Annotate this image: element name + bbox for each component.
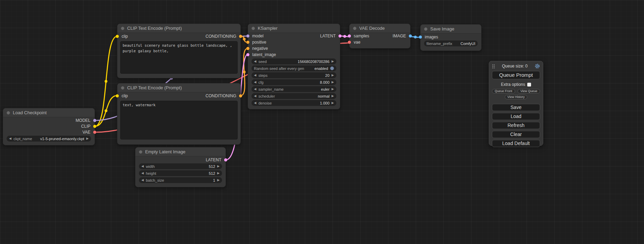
input-port-positive[interactable] [246, 41, 249, 44]
arrow-left-icon[interactable]: ◀ [254, 74, 256, 77]
widget-cfg[interactable]: ◀ cfg 8.000 ▶ [252, 79, 336, 85]
input-port-samples[interactable] [348, 35, 351, 38]
output-row-vae: VAE [3, 129, 95, 135]
output-port-clip[interactable] [93, 125, 96, 128]
refresh-button[interactable]: Refresh [492, 122, 540, 129]
arrow-right-icon[interactable]: ▶ [332, 101, 334, 105]
arrow-left-icon[interactable]: ◀ [254, 94, 256, 98]
drag-handle-icon[interactable] [492, 64, 495, 69]
save-button[interactable]: Save [492, 104, 540, 111]
collapse-dot[interactable] [121, 27, 124, 30]
widget-seed[interactable]: ◀ seed 156680208700286 ▶ [252, 58, 336, 64]
widget-ckpt-name[interactable]: ◀ ckpt_name v1-5-pruned-emaonly.ckpt ▶ [7, 136, 91, 142]
output-port-latent[interactable] [338, 35, 342, 38]
link-dot [343, 35, 346, 38]
view-queue-button[interactable]: View Queue [518, 89, 540, 93]
toggle-knob[interactable] [330, 66, 334, 70]
widget-batch-size[interactable]: ◀ batch_size 1 ▶ [139, 177, 222, 183]
arrow-right-icon[interactable]: ▶ [217, 179, 220, 182]
port-row: clip CONDITIONING [117, 33, 240, 40]
arrow-right-icon[interactable]: ▶ [217, 172, 220, 175]
widget-height[interactable]: ◀ height 512 ▶ [139, 170, 222, 176]
node-title: CLIP Text Encode (Prompt) [127, 26, 182, 31]
view-history-button[interactable]: View History [505, 95, 528, 99]
queue-front-button[interactable]: Queue Front [492, 89, 515, 93]
node-title: Load Checkpoint [13, 110, 47, 115]
arrow-left-icon[interactable]: ◀ [254, 88, 256, 91]
output-port-image[interactable] [409, 35, 412, 38]
collapse-dot[interactable] [252, 27, 255, 30]
load-button[interactable]: Load [492, 113, 540, 120]
input-port-vae[interactable] [348, 41, 351, 44]
node-title-bar[interactable]: CLIP Text Encode (Prompt) [117, 83, 240, 92]
port-row: clip CONDITIONING [117, 92, 240, 99]
node-clip-text-encode-negative[interactable]: CLIP Text Encode (Prompt) clip CONDITION… [117, 83, 241, 145]
node-title-bar[interactable]: CLIP Text Encode (Prompt) [117, 24, 240, 33]
output-port-conditioning[interactable] [239, 94, 242, 98]
extra-options-row: Extra options [492, 82, 540, 87]
widget-filename-prefix[interactable]: filename_prefix ComfyUI [424, 40, 478, 46]
arrow-right-icon[interactable]: ▶ [332, 88, 334, 91]
input-port-negative[interactable] [246, 47, 249, 50]
input-port-clip[interactable] [116, 35, 119, 38]
output-port-latent[interactable] [224, 159, 227, 162]
node-title-bar[interactable]: Load Checkpoint [3, 108, 95, 117]
input-port-model[interactable] [246, 35, 249, 38]
node-title-bar[interactable]: VAE Decode [350, 24, 410, 33]
port-row-latent-image: latent_image [248, 52, 340, 58]
node-title-bar[interactable]: Empty Latent Image [135, 147, 226, 156]
link-dot [105, 80, 107, 83]
collapse-dot[interactable] [139, 150, 142, 154]
node-save-image[interactable]: Save Image images filename_prefix ComfyU… [420, 24, 482, 51]
load-default-button[interactable]: Load Default [492, 140, 540, 147]
arrow-right-icon[interactable]: ▶ [332, 74, 334, 77]
arrow-right-icon[interactable]: ▶ [332, 94, 334, 98]
arrow-left-icon[interactable]: ◀ [9, 137, 11, 140]
menu-header: Queue size: 0 [492, 63, 540, 69]
arrow-left-icon[interactable]: ◀ [141, 165, 144, 168]
arrow-right-icon[interactable]: ▶ [86, 137, 89, 140]
collapse-dot[interactable] [424, 27, 427, 31]
collapse-dot[interactable] [121, 86, 124, 90]
port-row-vae: vae [350, 39, 410, 45]
node-load-checkpoint[interactable]: Load Checkpoint MODEL CLIP VAE ◀ ckpt_na… [3, 108, 95, 145]
negative-prompt-textarea[interactable]: text, watermark [120, 101, 238, 139]
collapse-dot[interactable] [353, 27, 356, 30]
arrow-left-icon[interactable]: ◀ [254, 81, 256, 84]
clear-button[interactable]: Clear [492, 131, 540, 138]
widget-denoise[interactable]: ◀ denoise 1.000 ▶ [252, 100, 336, 106]
extra-options-checkbox[interactable] [527, 83, 531, 87]
extra-options-label: Extra options [501, 82, 525, 87]
settings-gear-icon[interactable] [535, 63, 540, 69]
output-port-model[interactable] [93, 119, 96, 122]
positive-prompt-textarea[interactable]: beautiful scenery nature glass bottle la… [120, 41, 238, 74]
output-port-vae[interactable] [93, 130, 96, 134]
widget-random-seed[interactable]: Random seed after every gen enabled [252, 65, 336, 71]
input-port-clip[interactable] [116, 94, 119, 98]
node-ksampler[interactable]: KSampler model LATENT positive negative … [248, 24, 340, 109]
arrow-right-icon[interactable]: ▶ [217, 165, 220, 168]
input-port-images[interactable] [419, 36, 422, 39]
arrow-left-icon[interactable]: ◀ [141, 179, 144, 182]
arrow-right-icon[interactable]: ▶ [332, 81, 334, 84]
queue-prompt-button[interactable]: Queue Prompt [492, 71, 540, 79]
collapse-dot[interactable] [7, 111, 10, 115]
node-title: Empty Latent Image [145, 149, 185, 154]
node-empty-latent-image[interactable]: Empty Latent Image LATENT ◀ width 512 ▶ … [135, 147, 226, 187]
widget-steps[interactable]: ◀ steps 20 ▶ [252, 72, 336, 78]
input-port-latent-image[interactable] [246, 53, 249, 56]
arrow-left-icon[interactable]: ◀ [141, 172, 144, 175]
port-row-images: images [421, 34, 481, 40]
widget-width[interactable]: ◀ width 512 ▶ [139, 163, 222, 169]
arrow-left-icon[interactable]: ◀ [254, 60, 256, 63]
widget-scheduler[interactable]: ◀ scheduler normal ▶ [252, 93, 336, 99]
output-port-conditioning[interactable] [239, 35, 242, 38]
node-title: Save Image [430, 26, 454, 31]
arrow-right-icon[interactable]: ▶ [332, 60, 334, 63]
node-clip-text-encode-positive[interactable]: CLIP Text Encode (Prompt) clip CONDITION… [117, 24, 241, 78]
arrow-left-icon[interactable]: ◀ [254, 101, 256, 105]
widget-sampler-name[interactable]: ◀ sampler_name euler ▶ [252, 86, 336, 92]
node-title-bar[interactable]: Save Image [421, 25, 481, 34]
node-vae-decode[interactable]: VAE Decode samples IMAGE vae [349, 24, 411, 48]
node-title-bar[interactable]: KSampler [248, 24, 340, 33]
